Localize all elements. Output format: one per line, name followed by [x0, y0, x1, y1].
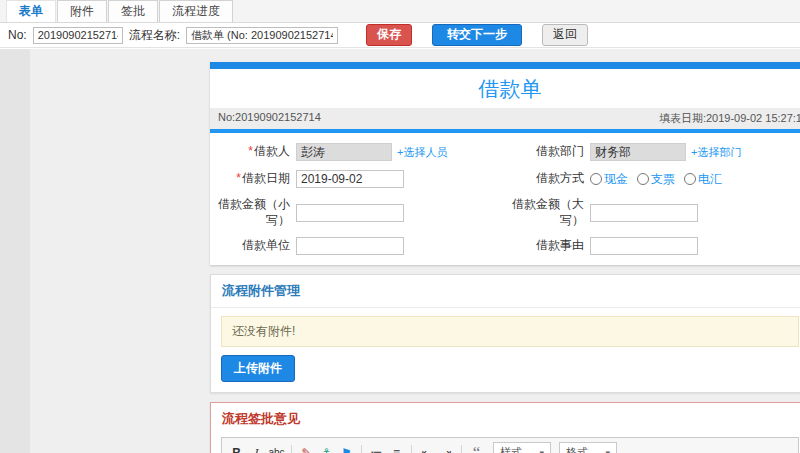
toolbar-separator: [461, 445, 462, 453]
no-attachments-notice: 还没有附件!: [221, 316, 799, 347]
required-mark: *: [248, 144, 253, 158]
form-stack: 借款单 No:20190902152714 填表日期:2019-09-02 15…: [210, 62, 800, 453]
method-cash-label: 现金: [604, 171, 628, 188]
left-rail: [0, 49, 30, 453]
loan-reason-label-text: 借款事由: [536, 238, 584, 252]
loan-method-label-text: 借款方式: [536, 171, 584, 185]
amount-big-label-text: 借款金额（大写）: [512, 197, 584, 227]
method-wire-label: 电汇: [698, 171, 722, 188]
next-step-button[interactable]: 转交下一步: [432, 24, 522, 45]
amount-big-cell: [590, 204, 800, 222]
form-meta-bar: No:20190902152714 填表日期:2019-09-02 15:27:…: [210, 108, 800, 129]
indent-icon[interactable]: ⇥: [438, 445, 455, 453]
style-select[interactable]: 样式 ▾: [493, 442, 551, 453]
flow-name-label: 流程名称:: [129, 27, 180, 44]
attachments-title: 流程附件管理: [211, 275, 800, 308]
method-check-option[interactable]: 支票: [637, 171, 675, 188]
loan-reason-input[interactable]: [590, 237, 698, 255]
approval-title: 流程签批意见: [211, 403, 800, 435]
flag-icon[interactable]: ⚑: [338, 445, 355, 453]
no-label: No:: [8, 28, 27, 42]
outdent-icon[interactable]: ⇤: [418, 445, 435, 453]
amount-small-label: 借款金额（小写）: [214, 197, 296, 228]
borrower-label-text: 借款人: [254, 144, 290, 158]
content-area: 借款单 No:20190902152714 填表日期:2019-09-02 15…: [0, 49, 800, 453]
loan-date-label: *借款日期: [214, 171, 296, 187]
strikethrough-icon[interactable]: abc: [268, 445, 285, 453]
form-number: No:20190902152714: [218, 111, 321, 126]
blockquote-icon[interactable]: “: [468, 449, 485, 453]
page-title: 借款单: [210, 69, 800, 108]
method-wire-option[interactable]: 电汇: [684, 171, 722, 188]
format-select[interactable]: 格式 ▾: [559, 442, 617, 453]
toolbar: No: 流程名称: 保存 转交下一步 返回: [0, 23, 800, 48]
tab-progress[interactable]: 流程进度: [159, 0, 233, 22]
borrower-cell: +选择人员: [296, 143, 504, 161]
toolbar-separator: [411, 445, 412, 453]
toolbar-separator: [291, 445, 292, 453]
loan-form-panel: 借款单 No:20190902152714 填表日期:2019-09-02 15…: [210, 62, 800, 265]
loan-date-cell: [296, 170, 504, 188]
loan-method-label: 借款方式: [504, 171, 590, 187]
department-label-text: 借款部门: [536, 144, 584, 158]
no-input[interactable]: [33, 27, 123, 44]
loan-date-label-text: 借款日期: [242, 171, 290, 185]
caret-down-icon: ▾: [605, 448, 610, 453]
amount-small-cell: [296, 204, 504, 222]
select-department-link[interactable]: +选择部门: [691, 145, 741, 160]
bullet-list-icon[interactable]: ≡: [388, 445, 405, 453]
back-button[interactable]: 返回: [542, 24, 588, 45]
amount-big-input[interactable]: [590, 204, 698, 222]
format-select-label: 格式: [566, 445, 588, 453]
borrower-input[interactable]: [296, 143, 392, 161]
upload-attachment-button[interactable]: 上传附件: [221, 355, 295, 382]
loan-unit-cell: [296, 237, 504, 255]
method-cash-option[interactable]: 现金: [590, 171, 628, 188]
method-check-label: 支票: [651, 171, 675, 188]
style-select-label: 样式: [500, 445, 522, 453]
approval-panel: 流程签批意见 B I abc ✎ ⚓ ⚑ ≔ ≡ ⇤ ⇥ “: [210, 402, 800, 453]
method-wire-radio[interactable]: [684, 173, 696, 185]
borrower-label: *借款人: [214, 144, 296, 160]
loan-method-group: 现金 支票 电汇: [590, 171, 800, 188]
amount-small-input[interactable]: [296, 204, 404, 222]
loan-form: *借款人 +选择人员 借款部门 +选择部门 *借款日期: [210, 133, 800, 265]
loan-reason-label: 借款事由: [504, 238, 590, 254]
loan-reason-cell: [590, 237, 800, 255]
amount-big-label: 借款金额（大写）: [504, 197, 590, 228]
caret-down-icon: ▾: [539, 448, 544, 453]
save-button[interactable]: 保存: [366, 24, 412, 45]
editor-toolbar: B I abc ✎ ⚓ ⚑ ≔ ≡ ⇤ ⇥ “ 样式: [222, 438, 798, 453]
italic-icon[interactable]: I: [248, 445, 265, 453]
loan-unit-label-text: 借款单位: [242, 238, 290, 252]
department-label: 借款部门: [504, 144, 590, 160]
loan-unit-label: 借款单位: [214, 238, 296, 254]
tab-form[interactable]: 表单: [6, 0, 56, 22]
loan-date-input[interactable]: [296, 170, 404, 188]
tab-bar: 表单 附件 签批 流程进度: [0, 0, 800, 23]
rich-text-editor: B I abc ✎ ⚓ ⚑ ≔ ≡ ⇤ ⇥ “ 样式: [221, 437, 799, 453]
toolbar-separator: [361, 445, 362, 453]
anchor-icon[interactable]: ⚓: [318, 445, 335, 453]
panel-top-bar: [210, 62, 800, 69]
form-fill-date: 填表日期:2019-09-02 15:27:1: [659, 111, 800, 126]
select-person-link[interactable]: +选择人员: [397, 145, 447, 160]
tab-attachments[interactable]: 附件: [57, 0, 107, 22]
flow-name-input[interactable]: [186, 27, 338, 44]
required-mark: *: [236, 171, 241, 185]
method-cash-radio[interactable]: [590, 173, 602, 185]
department-input[interactable]: [590, 143, 686, 161]
amount-small-label-text: 借款金额（小写）: [218, 197, 290, 227]
attachments-panel: 流程附件管理 还没有附件! 上传附件: [210, 274, 800, 393]
method-check-radio[interactable]: [637, 173, 649, 185]
ordered-list-icon[interactable]: ≔: [368, 445, 385, 453]
tab-approval[interactable]: 签批: [108, 0, 158, 22]
bold-icon[interactable]: B: [228, 445, 245, 453]
pen-icon[interactable]: ✎: [298, 445, 315, 453]
department-cell: +选择部门: [590, 143, 800, 161]
loan-unit-input[interactable]: [296, 237, 404, 255]
